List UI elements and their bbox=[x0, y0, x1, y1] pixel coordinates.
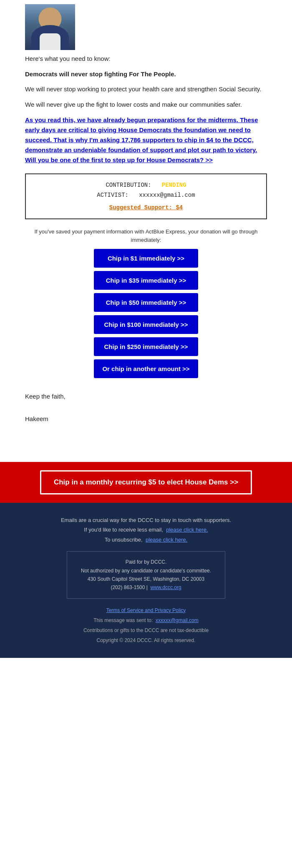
footer-unsubscribe-line: To unsubscribe, please click here. bbox=[25, 535, 267, 544]
footer-line1: Emails are a crucial way for the DCCC to… bbox=[25, 515, 267, 525]
contrib-label-text: CONTRIBUTION: bbox=[106, 182, 151, 188]
contribution-label: CONTRIBUTION: PENDING bbox=[34, 182, 258, 188]
closing-section: Keep the faith, Hakeem bbox=[25, 391, 267, 424]
cta-link[interactable]: As you read this, we have already begun … bbox=[25, 115, 267, 165]
para1: We will never stop working to protect yo… bbox=[25, 85, 267, 94]
pending-badge: PENDING bbox=[162, 182, 186, 188]
phone-website-line: (202) 863-1500 | www.dccc.org bbox=[76, 583, 216, 592]
footer-unsub-text: To unsubscribe, bbox=[105, 537, 143, 543]
terms-link[interactable]: Terms of Service and Privacy Policy bbox=[106, 607, 186, 613]
activist-line: ACTIVIST: xxxxxx@gmail.com bbox=[34, 192, 258, 198]
paid-for-line: Paid for by DCCC. bbox=[76, 558, 216, 566]
portrait-image bbox=[25, 4, 75, 50]
keep-faith-line: Keep the faith, bbox=[25, 391, 267, 402]
activist-email: xxxxxx@gmail.com bbox=[139, 192, 195, 198]
para3: We will never give up the fight to lower… bbox=[25, 100, 267, 110]
chip-btn-other[interactable]: Or chip in another amount >> bbox=[94, 359, 198, 378]
intro-text: Here's what you need to know: bbox=[25, 54, 267, 64]
express-note-text: If you've saved your payment information… bbox=[34, 228, 257, 243]
footer-less-email-text: If you'd like to receive less email, bbox=[84, 527, 163, 533]
not-deductible-line: Contributions or gifts to the DCCC are n… bbox=[25, 625, 267, 635]
signature-name: Hakeem bbox=[25, 413, 267, 424]
monthly-chip-button[interactable]: Chip in a monthly recurring $5 to elect … bbox=[40, 470, 252, 494]
unsubscribe-link[interactable]: please click here. bbox=[146, 537, 187, 543]
sent-to-text: This message was sent to: bbox=[93, 617, 153, 623]
footer-legal-box: Paid for by DCCC. Not authorized by any … bbox=[67, 551, 225, 599]
express-note: If you've saved your payment information… bbox=[25, 228, 267, 244]
activist-label: ACTIVIST: bbox=[97, 192, 128, 198]
chip-btn-50[interactable]: Chip in $50 immediately >> bbox=[94, 293, 198, 312]
less-email-link[interactable]: please click here. bbox=[166, 527, 208, 533]
suggested-support: Suggested Support: $4 bbox=[34, 203, 258, 211]
phone-text: (202) 863-1500 | bbox=[111, 585, 148, 590]
suggested-support-text: Suggested Support: $4 bbox=[109, 204, 183, 211]
footer-line2: If you'd like to receive less email, ple… bbox=[25, 525, 267, 534]
contribution-box: CONTRIBUTION: PENDING ACTIVIST: xxxxxx@g… bbox=[25, 173, 267, 219]
sent-email-link[interactable]: xxxxxx@gmail.com bbox=[156, 617, 199, 623]
footer-dark: Emails are a crucial way for the DCCC to… bbox=[0, 503, 292, 658]
bold-line: Democrats will never stop fighting For T… bbox=[25, 70, 267, 79]
not-auth-line: Not authorized by any candidate or candi… bbox=[76, 567, 216, 575]
chip-btn-1[interactable]: Chip in $1 immediately >> bbox=[94, 249, 198, 268]
chip-btn-100[interactable]: Chip in $100 immediately >> bbox=[94, 315, 198, 334]
dccc-website-link[interactable]: www.dccc.org bbox=[151, 585, 181, 590]
footer-misc: Terms of Service and Privacy Policy This… bbox=[25, 605, 267, 645]
footer-banner: Chip in a monthly recurring $5 to elect … bbox=[0, 462, 292, 503]
sent-to-line: This message was sent to: xxxxxx@gmail.c… bbox=[25, 615, 267, 625]
chip-btn-35[interactable]: Chip in $35 immediately >> bbox=[94, 271, 198, 290]
address-line: 430 South Capitol Street SE, Washington,… bbox=[76, 575, 216, 583]
chip-btn-250[interactable]: Chip in $250 immediately >> bbox=[94, 337, 198, 356]
copyright-line: Copyright © 2024 DCCC. All rights reserv… bbox=[25, 635, 267, 645]
